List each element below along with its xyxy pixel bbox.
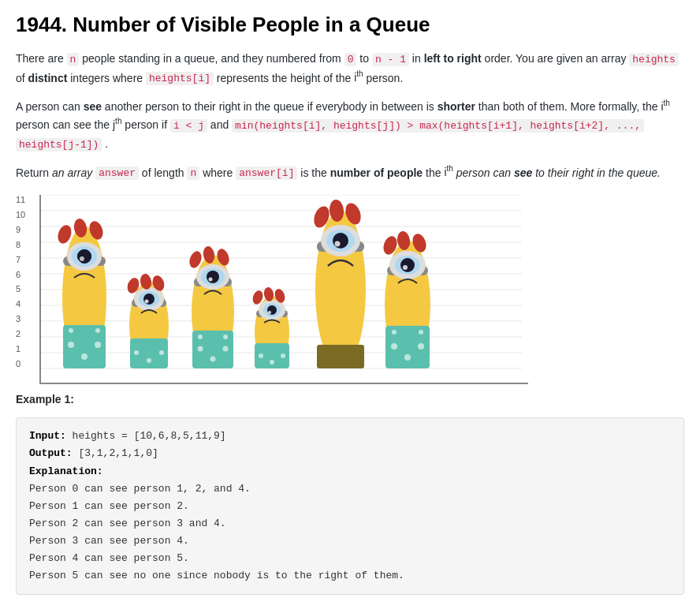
svg-point-86 (392, 330, 397, 335)
para2-see: see (84, 100, 102, 113)
svg-point-19 (95, 328, 100, 333)
para3-answer: answer (95, 166, 139, 180)
para2-condition: i < j (170, 119, 207, 133)
para3-is-the: is the (297, 166, 330, 178)
intro-zero: 0 (344, 53, 357, 66)
svg-point-87 (419, 330, 423, 335)
input-line: Input: heights = [10,6,8,5,11,9] (29, 428, 671, 445)
intro-distinct: distinct (28, 71, 68, 84)
explanation-text-3: Person 3 can see person 4. (29, 533, 671, 550)
para3-answer-i: answer[i] (236, 166, 297, 180)
svg-point-15 (68, 342, 74, 348)
code-block: Input: heights = [10,6,8,5,11,9] Output:… (16, 417, 684, 595)
para3-an-array: an array (52, 166, 92, 178)
svg-point-46 (210, 357, 216, 362)
para2-shorter: shorter (438, 100, 475, 113)
para2-another: another person to their right in the que… (102, 100, 438, 113)
y-label-5: 5 (16, 284, 25, 293)
output-line: Output: [3,1,2,1,1,0] (29, 445, 671, 462)
para2-formula: min(heights[i], heights[j]) > max(height… (232, 119, 644, 133)
svg-point-85 (418, 343, 424, 349)
para2-person-if: person if (121, 118, 169, 131)
intro-paragraph: There are n people standing in a queue, … (16, 50, 684, 88)
explanation-label: Explanation: (29, 465, 103, 477)
y-label-7: 7 (16, 255, 25, 264)
explanation-text-0: Person 0 can see person 1, 2, and 4. (29, 480, 671, 498)
y-label-4: 4 (16, 299, 25, 308)
svg-rect-72 (317, 345, 364, 368)
intro-integers: integers where (67, 71, 146, 84)
intro-of: of (16, 71, 28, 84)
chart-container: 0 1 2 3 4 5 6 7 8 9 10 11 (16, 195, 684, 384)
y-label-2: 2 (16, 329, 25, 338)
y-label-11: 11 (16, 195, 25, 204)
svg-point-34 (159, 350, 164, 355)
output-label: Output: (29, 447, 73, 459)
svg-point-17 (95, 342, 101, 348)
intro-people: people standing in a queue, and they num… (79, 52, 344, 65)
y-label-8: 8 (16, 240, 25, 249)
svg-point-33 (147, 358, 151, 363)
para3-number-of-people: number of people (330, 166, 423, 178)
para3-the: the (423, 166, 444, 178)
intro-n: n (67, 53, 80, 66)
para3-of-length: of length (139, 166, 188, 178)
output-val: [3,1,2,1,1,0] (73, 447, 158, 459)
explanation-text-2: Person 2 can see person 3 and 4. (29, 515, 671, 533)
intro-n-minus-1: n - 1 (372, 53, 409, 66)
svg-point-60 (259, 353, 263, 358)
svg-point-49 (223, 335, 228, 339)
svg-point-29 (80, 256, 84, 261)
para3-where: where (199, 166, 236, 178)
explanation-line: Explanation: (29, 463, 671, 480)
svg-point-28 (77, 249, 91, 263)
svg-point-53 (207, 271, 219, 283)
para3-return: Return (16, 166, 52, 178)
y-label-1: 1 (16, 344, 25, 353)
y-label-3: 3 (16, 314, 25, 323)
intro-there-are: There are (16, 52, 67, 65)
svg-point-39 (145, 300, 149, 304)
y-label-0: 0 (16, 359, 25, 368)
svg-point-83 (391, 343, 397, 349)
y-axis: 0 1 2 3 4 5 6 7 8 9 10 11 (16, 195, 25, 368)
svg-point-61 (270, 360, 274, 364)
para2: A person can see another person to their… (16, 97, 684, 153)
svg-point-67 (268, 311, 271, 314)
example-section: Example 1: Input: heights = [10,6,8,5,11… (16, 391, 684, 595)
intro-order: order. You are given an array (482, 52, 630, 65)
para2-a-person: A person can (16, 100, 84, 113)
example-title: Example 1: (16, 391, 684, 408)
y-label-9: 9 (16, 225, 25, 234)
para3-n: n (187, 166, 199, 180)
intro-heights: heights (629, 53, 679, 66)
input-val: heights = [10,6,8,5,11,9] (66, 430, 226, 442)
input-label: Input: (29, 430, 66, 442)
intro-to: to (356, 52, 371, 65)
svg-point-38 (143, 293, 155, 305)
svg-point-47 (223, 346, 229, 352)
minion-chart (39, 195, 528, 384)
svg-point-48 (198, 335, 203, 339)
svg-point-92 (403, 265, 408, 270)
intro-in: in (409, 52, 424, 65)
svg-point-18 (69, 328, 73, 333)
para3-person-can: person can (453, 166, 514, 178)
explanation-text-1: Person 1 can see person 2. (29, 498, 671, 515)
para3: Return an array answer of length n where… (16, 163, 684, 182)
svg-point-54 (209, 278, 213, 282)
y-label-6: 6 (16, 270, 25, 279)
svg-point-62 (281, 353, 285, 358)
svg-point-16 (81, 353, 88, 360)
para2-and: and (207, 118, 232, 131)
explanation-text-4: Person 4 can see person 5. (29, 550, 671, 567)
svg-point-77 (335, 241, 341, 247)
explanation-text-5: Person 5 can see no one since nobody is … (29, 567, 671, 585)
svg-point-45 (198, 346, 203, 352)
page-title: 1944. Number of Visible People in a Queu… (16, 13, 684, 37)
para2-period: . (102, 137, 108, 150)
para3-see: see (514, 166, 532, 178)
svg-point-76 (333, 233, 348, 249)
svg-point-91 (400, 258, 415, 272)
svg-point-84 (404, 354, 411, 361)
